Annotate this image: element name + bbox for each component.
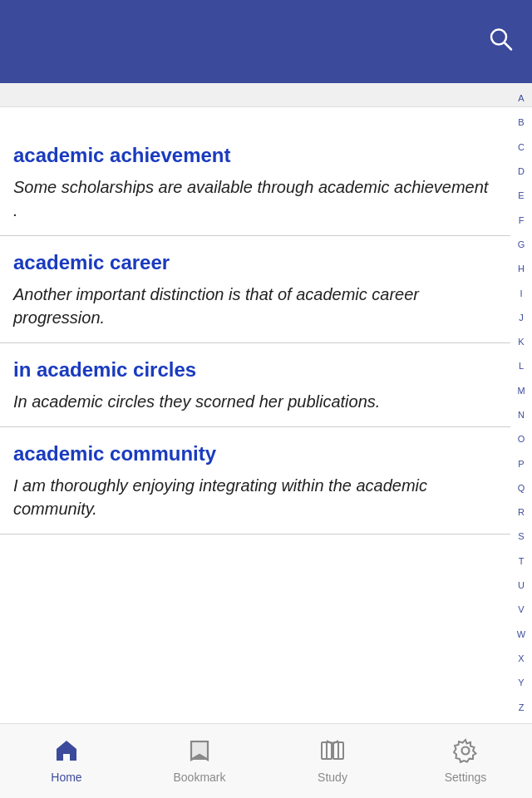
alpha-f[interactable]: F bbox=[519, 216, 525, 225]
content-area: academic achievementSome scholarships ar… bbox=[0, 129, 510, 723]
alpha-i[interactable]: I bbox=[520, 289, 522, 298]
tab-home[interactable]: Home bbox=[0, 724, 133, 798]
tab-settings[interactable]: Settings bbox=[399, 724, 532, 798]
tab-study-label: Study bbox=[318, 771, 347, 784]
alpha-v[interactable]: V bbox=[518, 605, 524, 614]
collocation-entry-3[interactable]: academic communityI am thoroughly enjoyi… bbox=[0, 427, 510, 534]
tab-bar: Home Bookmark Study bbox=[0, 723, 532, 798]
alpha-d[interactable]: D bbox=[518, 167, 525, 176]
alpha-w[interactable]: W bbox=[517, 630, 525, 639]
alpha-n[interactable]: N bbox=[518, 411, 525, 420]
tab-bookmark-label: Bookmark bbox=[173, 771, 225, 784]
alpha-a[interactable]: A bbox=[518, 94, 524, 103]
search-icon[interactable] bbox=[487, 26, 514, 58]
alpha-b[interactable]: B bbox=[518, 118, 524, 127]
collocation-title-2: in academic circles bbox=[13, 358, 497, 382]
tab-settings-label: Settings bbox=[445, 771, 487, 784]
collocation-title-3: academic community bbox=[13, 442, 497, 466]
alpha-k[interactable]: K bbox=[518, 337, 524, 347]
alpha-o[interactable]: O bbox=[518, 435, 525, 444]
collocation-entry-2[interactable]: in academic circlesIn academic circles t… bbox=[0, 343, 510, 427]
alpha-y[interactable]: Y bbox=[518, 678, 524, 687]
collocation-entry-1[interactable]: academic careerAnother important distinc… bbox=[0, 236, 510, 343]
alpha-l[interactable]: L bbox=[519, 362, 524, 371]
alpha-r[interactable]: R bbox=[518, 508, 525, 517]
alpha-h[interactable]: H bbox=[518, 264, 525, 273]
alpha-u[interactable]: U bbox=[518, 581, 525, 590]
alpha-q[interactable]: Q bbox=[518, 484, 525, 493]
bookmark-icon bbox=[188, 738, 211, 767]
settings-icon bbox=[453, 738, 478, 767]
collocation-example-3: I am thoroughly enjoying integrating wit… bbox=[13, 474, 497, 520]
tab-home-label: Home bbox=[51, 771, 81, 784]
collocation-example-1: Another important distinction is that of… bbox=[13, 283, 497, 329]
collocation-example-2: In academic circles they scorned her pub… bbox=[13, 390, 497, 413]
alphabet-sidebar: ABCDEFGHIJKLMNOPQRSTUVWXYZ bbox=[510, 83, 532, 723]
alpha-s[interactable]: S bbox=[518, 532, 524, 541]
collocation-example-0: Some scholarships are available through … bbox=[13, 175, 497, 222]
collocation-title-1: academic career bbox=[13, 251, 497, 274]
app-header bbox=[0, 0, 532, 83]
collocation-entry-0[interactable]: academic achievementSome scholarships ar… bbox=[0, 129, 510, 236]
alpha-p[interactable]: P bbox=[518, 460, 524, 469]
study-icon bbox=[319, 738, 346, 767]
alpha-j[interactable]: J bbox=[519, 313, 524, 323]
home-icon bbox=[54, 738, 79, 767]
tab-study[interactable]: Study bbox=[266, 724, 399, 798]
svg-line-1 bbox=[505, 43, 511, 50]
svg-point-9 bbox=[462, 747, 470, 755]
alpha-x[interactable]: X bbox=[518, 654, 524, 663]
collocation-title-0: academic achievement bbox=[13, 144, 497, 167]
search-word-bar bbox=[0, 83, 532, 107]
alpha-c[interactable]: C bbox=[518, 143, 525, 152]
alpha-g[interactable]: G bbox=[518, 240, 525, 249]
alpha-t[interactable]: T bbox=[519, 557, 525, 566]
tab-bookmark[interactable]: Bookmark bbox=[133, 724, 266, 798]
alpha-e[interactable]: E bbox=[518, 191, 524, 200]
alpha-z[interactable]: Z bbox=[519, 703, 525, 712]
alpha-m[interactable]: M bbox=[517, 387, 525, 396]
